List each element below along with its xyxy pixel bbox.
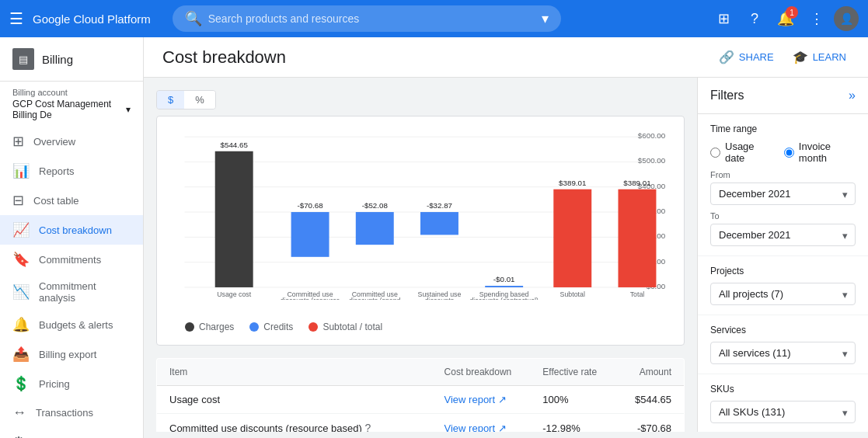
sidebar-item-label: Billing export xyxy=(39,349,96,360)
sidebar-item-label: Cost table xyxy=(33,195,79,207)
notifications-icon[interactable]: 🔔1 xyxy=(772,5,800,33)
services-select-wrapper: All services (11) xyxy=(710,342,856,364)
invoice-month-input[interactable] xyxy=(784,148,794,158)
services-select[interactable]: All services (11) xyxy=(710,342,856,364)
legend-charges: Charges xyxy=(185,322,234,332)
billing-title: Billing xyxy=(42,53,73,66)
share-label: SHARE xyxy=(739,51,774,63)
avatar[interactable]: 👤 xyxy=(834,6,859,31)
to-select[interactable]: December 2021 xyxy=(710,224,856,246)
bar-usage-cost[interactable] xyxy=(215,151,253,287)
filters-title: Filters xyxy=(710,89,744,103)
main-layout: ▤ Billing Billing account GCP Cost Manag… xyxy=(0,37,868,438)
usage-date-input[interactable] xyxy=(710,148,720,158)
nav-icons: ⊞ ? 🔔1 ⋮ 👤 xyxy=(709,5,859,33)
to-label-row: To xyxy=(710,211,856,221)
top-navigation: ☰ Google Cloud Platform 🔍 ▾ ⊞ ? 🔔1 ⋮ 👤 xyxy=(0,0,868,37)
to-label: To xyxy=(710,211,720,221)
sidebar-item-cost-breakdown[interactable]: 📈 Cost breakdown xyxy=(0,215,143,245)
billing-account-section: Billing account GCP Cost Management Bill… xyxy=(0,82,143,123)
from-label: From xyxy=(710,170,730,179)
bar-sustained[interactable] xyxy=(420,212,458,235)
filters-collapse-icon[interactable]: » xyxy=(849,89,856,103)
col-item: Item xyxy=(157,359,432,386)
time-range-title: Time range xyxy=(710,123,856,134)
legend-subtotal-label: Subtotal / total xyxy=(322,322,382,332)
menu-icon[interactable]: ☰ xyxy=(9,9,23,28)
filter-time-range: Time range Usage date Invoice month From xyxy=(698,114,868,256)
chart-legend: Charges Credits Subtotal / total xyxy=(169,322,671,332)
svg-text:$389.01: $389.01 xyxy=(623,179,650,187)
invoice-month-radio[interactable]: Invoice month xyxy=(784,141,856,164)
view-report-link[interactable]: View report ↗ xyxy=(444,422,518,433)
svg-text:$500.00: $500.00 xyxy=(638,156,666,165)
sidebar-item-payment-settings[interactable]: ⚙ Payment settings xyxy=(0,427,143,438)
share-icon: 🔗 xyxy=(719,50,734,64)
chart-table-area: $ % $600.00 $500.00 $400.00 $300.00 $200… xyxy=(144,78,697,432)
filters-header: Filters » xyxy=(698,78,868,114)
learn-button[interactable]: 🎓 LEARN xyxy=(790,47,849,68)
item-cell: Committed use discounts (resource based)… xyxy=(157,414,432,433)
col-effective-rate: Effective rate xyxy=(530,359,615,386)
skus-select[interactable]: All SKUs (131) xyxy=(710,401,856,423)
invoice-month-label: Invoice month xyxy=(799,141,856,164)
header-actions: 🔗 SHARE 🎓 LEARN xyxy=(716,47,849,68)
chart-container: $600.00 $500.00 $400.00 $300.00 $200.00 … xyxy=(156,116,685,346)
learn-icon: 🎓 xyxy=(793,50,808,64)
billing-icon: ▤ xyxy=(12,48,34,70)
cloud-shell-icon[interactable]: ⊞ xyxy=(709,5,737,33)
sidebar-item-commitment-analysis[interactable]: 📉 Commitment analysis xyxy=(0,274,143,310)
usage-date-radio[interactable]: Usage date xyxy=(710,141,772,164)
percent-button[interactable]: % xyxy=(184,91,215,109)
settings-icon[interactable]: ⋮ xyxy=(803,5,831,33)
sidebar-item-pricing[interactable]: 💲 Pricing xyxy=(0,369,143,398)
sidebar-item-overview[interactable]: ⊞ Overview xyxy=(0,127,143,156)
sidebar-header: ▤ Billing xyxy=(0,37,143,82)
pricing-icon: 💲 xyxy=(12,375,30,392)
commitment-analysis-icon: 📉 xyxy=(12,283,30,301)
search-dropdown-icon[interactable]: ▾ xyxy=(542,10,549,27)
svg-text:Subtotal: Subtotal xyxy=(560,290,585,298)
filter-projects: Projects All projects (7) xyxy=(698,256,868,315)
help-icon[interactable]: ? xyxy=(741,5,769,33)
skus-title: SKUs xyxy=(710,384,856,395)
bar-committed-spend[interactable] xyxy=(356,212,394,245)
page-header: Cost breakdown 🔗 SHARE 🎓 LEARN xyxy=(144,37,868,78)
data-table: Item Cost breakdown Effective rate Amoun… xyxy=(156,358,685,432)
sidebar-item-cost-table[interactable]: ⊟ Cost table xyxy=(0,186,143,215)
view-report-link[interactable]: View report ↗ xyxy=(444,394,518,405)
bar-committed-resource[interactable] xyxy=(291,212,329,257)
sidebar-item-commitments[interactable]: 🔖 Commitments xyxy=(0,245,143,274)
svg-text:discounts (contractual): discounts (contractual) xyxy=(469,297,539,300)
bar-subtotal[interactable] xyxy=(553,189,591,287)
share-button[interactable]: 🔗 SHARE xyxy=(716,47,777,68)
help-icon[interactable]: ? xyxy=(364,422,371,432)
projects-select[interactable]: All projects (7) xyxy=(710,283,856,305)
logo-text: Google Cloud Platform xyxy=(33,12,151,26)
dollar-button[interactable]: $ xyxy=(157,91,184,109)
sidebar-item-transactions[interactable]: ↔ Transactions xyxy=(0,398,143,427)
sidebar-item-budgets-alerts[interactable]: 🔔 Budgets & alerts xyxy=(0,310,143,339)
chart-svg: $600.00 $500.00 $400.00 $300.00 $200.00 … xyxy=(169,129,671,300)
budgets-icon: 🔔 xyxy=(12,316,30,333)
col-cost-breakdown: Cost breakdown xyxy=(432,359,531,386)
search-input[interactable] xyxy=(208,12,539,25)
bar-total[interactable] xyxy=(618,189,656,287)
overview-icon: ⊞ xyxy=(12,133,24,150)
svg-text:-$70.68: -$70.68 xyxy=(298,201,323,210)
from-select[interactable]: December 2021 xyxy=(710,182,856,205)
legend-credits: Credits xyxy=(249,322,293,332)
bar-spending-based[interactable] xyxy=(485,286,523,287)
legend-charges-label: Charges xyxy=(199,322,234,332)
sidebar-item-billing-export[interactable]: 📤 Billing export xyxy=(0,339,143,369)
table-row: Usage cost View report ↗ 100% $544.65 xyxy=(157,386,685,414)
commitments-icon: 🔖 xyxy=(12,251,30,268)
content-area: $ % $600.00 $500.00 $400.00 $300.00 $200… xyxy=(144,78,868,432)
sidebar: ▤ Billing Billing account GCP Cost Manag… xyxy=(0,37,144,438)
filters-panel: Filters » Time range Usage date Invoice … xyxy=(697,78,868,432)
sidebar-item-reports[interactable]: 📊 Reports xyxy=(0,156,143,186)
cost-breakdown-cell: View report ↗ xyxy=(432,414,531,433)
from-label-row: From xyxy=(710,170,856,179)
cost-table-icon: ⊟ xyxy=(12,192,24,209)
billing-account-selector[interactable]: GCP Cost Management Billing De ▾ xyxy=(12,99,131,120)
